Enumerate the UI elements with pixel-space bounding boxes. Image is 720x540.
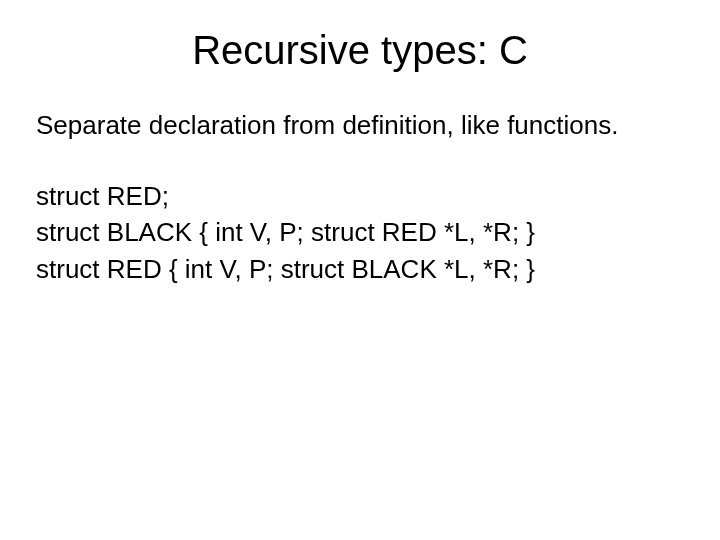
slide-title: Recursive types: C [36, 28, 684, 73]
code-line-3: struct RED { int V, P; struct BLACK *L, … [36, 253, 684, 286]
slide: Recursive types: C Separate declaration … [0, 0, 720, 540]
code-line-2: struct BLACK { int V, P; struct RED *L, … [36, 216, 684, 249]
code-block: struct RED; struct BLACK { int V, P; str… [36, 180, 684, 286]
intro-paragraph: Separate declaration from definition, li… [36, 109, 684, 142]
code-line-1: struct RED; [36, 180, 684, 213]
